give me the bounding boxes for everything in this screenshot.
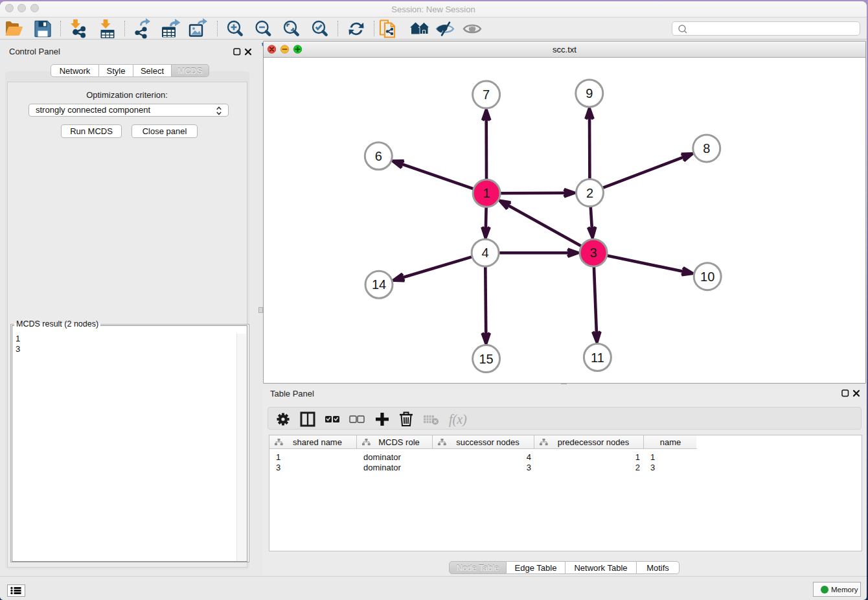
svg-text:10: 10 — [700, 270, 714, 284]
svg-text:6: 6 — [375, 149, 382, 163]
svg-text:f(x): f(x) — [449, 412, 467, 427]
svg-text:7: 7 — [483, 87, 490, 102]
svg-text:15: 15 — [479, 352, 493, 366]
svg-text:2: 2 — [586, 186, 593, 200]
svg-text:3: 3 — [590, 246, 597, 260]
svg-text:14: 14 — [372, 277, 386, 292]
svg-text:9: 9 — [586, 86, 593, 100]
svg-text:11: 11 — [591, 351, 604, 365]
svg-text:8: 8 — [703, 141, 710, 156]
svg-text:1: 1 — [483, 186, 490, 200]
svg-text:4: 4 — [482, 246, 489, 260]
